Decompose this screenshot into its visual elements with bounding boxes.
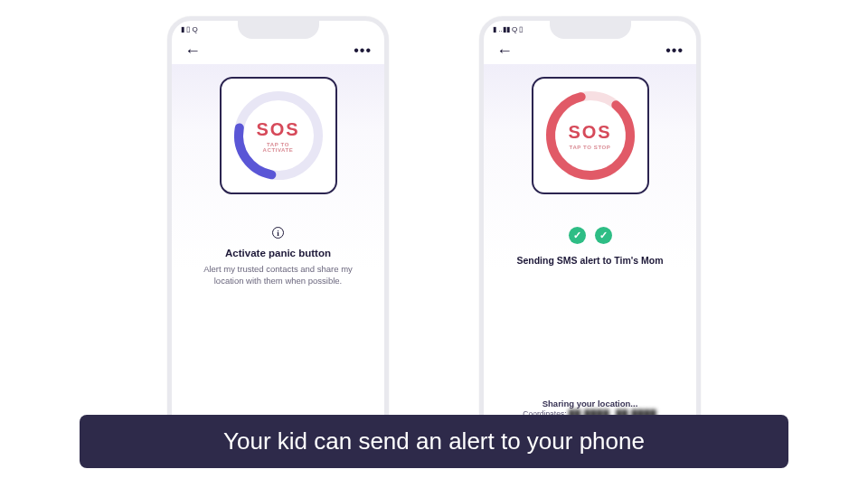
sos-label: SOS — [568, 122, 611, 143]
screen-body: SOS TAP TO ACTIVATE i Activate panic but… — [172, 64, 384, 436]
check-icon: ✓ — [595, 227, 612, 244]
sos-button[interactable]: SOS TAP TO ACTIVATE — [220, 77, 337, 194]
sos-ring: SOS TAP TO ACTIVATE — [231, 88, 326, 183]
sos-subtitle: TAP TO ACTIVATE — [254, 142, 302, 153]
screen-body: SOS TAP TO STOP ✓ ✓ Sending SMS alert to… — [484, 64, 696, 436]
more-icon[interactable]: ••• — [665, 42, 684, 59]
sos-center: SOS TAP TO STOP — [568, 122, 611, 150]
sos-center: SOS TAP TO ACTIVATE — [254, 119, 302, 153]
app-bar: ← ••• — [484, 37, 696, 64]
panic-description: Alert my trusted contacts and share my l… — [193, 264, 364, 287]
back-icon[interactable]: ← — [184, 42, 201, 59]
status-bar: ▮ ..▮▮ Q ▯ — [484, 21, 696, 37]
sos-label: SOS — [254, 119, 302, 140]
panic-heading: Activate panic button — [225, 248, 331, 258]
status-indicators: ▮ ..▮▮ Q ▯ — [493, 25, 523, 33]
check-row: ✓ ✓ — [569, 227, 612, 244]
more-icon[interactable]: ••• — [354, 42, 372, 59]
sos-subtitle: TAP TO STOP — [568, 145, 611, 150]
sending-status: Sending SMS alert to Tim's Mom — [516, 255, 663, 266]
phone-right: ▮ ..▮▮ Q ▯ ← ••• SOS TAP TO STOP — [479, 16, 701, 441]
info-icon: i — [272, 227, 284, 239]
status-indicators: ▮ ▯ Q — [181, 25, 198, 33]
caption-banner: Your kid can send an alert to your phone — [80, 415, 788, 468]
phone-left: ▮ ▯ Q ← ••• SOS TAP TO ACTIVATE — [167, 16, 389, 441]
sos-ring: SOS TAP TO STOP — [542, 88, 638, 183]
location-title: Sharing your location... — [523, 398, 656, 409]
status-bar: ▮ ▯ Q — [172, 21, 384, 37]
back-icon[interactable]: ← — [496, 42, 513, 59]
check-icon: ✓ — [569, 227, 586, 244]
sos-button[interactable]: SOS TAP TO STOP — [532, 77, 649, 194]
app-bar: ← ••• — [172, 37, 384, 64]
